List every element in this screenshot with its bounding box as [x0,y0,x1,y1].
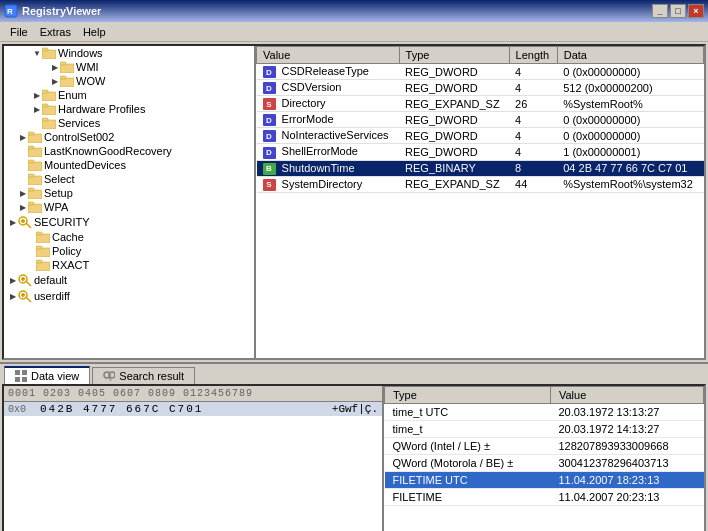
maximize-button[interactable]: □ [670,4,686,18]
tree-item-enum[interactable]: ▶ Enum [4,88,254,102]
folder-icon [28,159,42,171]
tree-item-lastknowngoodrecovery[interactable]: LastKnownGoodRecovery [4,144,254,158]
table-row[interactable]: D CSDVersion REG_DWORD 4 512 (0x00000200… [257,80,704,96]
main-area: ▼ Windows ▶ WMI ▶ [2,44,706,360]
tree-label-mounteddevices: MountedDevices [44,159,126,171]
expand-icon[interactable]: ▶ [50,62,60,72]
svg-rect-34 [36,260,42,263]
col-data[interactable]: Data [557,47,703,64]
tree-label-rxact: RXACT [52,259,89,271]
expand-icon[interactable]: ▼ [32,48,42,58]
expand-icon[interactable]: ▶ [50,76,60,86]
minimize-button[interactable]: _ [652,4,668,18]
app-title: RegistryViewer [22,5,101,17]
col-type[interactable]: Type [399,47,509,64]
cell-data: 0 (0x00000000) [557,64,703,80]
cell-value: D ShellErrorMode [257,144,400,160]
tree-item-select[interactable]: Select [4,172,254,186]
tree-item-wow[interactable]: ▶ WOW [4,74,254,88]
table-row[interactable]: S Directory REG_EXPAND_SZ 26 %SystemRoot… [257,96,704,112]
tree-label-wpa: WPA [44,201,68,213]
cell-length: 26 [509,96,557,112]
tree-scroll[interactable]: ▼ Windows ▶ WMI ▶ [4,46,254,358]
folder-icon [42,103,56,115]
col-value[interactable]: Value [257,47,400,64]
title-bar: R RegistryViewer _ □ × [0,0,708,22]
list-item[interactable]: time_t UTC 20.03.1972 13:13:27 [385,404,704,421]
table-row[interactable]: D ErrorMode REG_DWORD 4 0 (0x00000000) [257,112,704,128]
col-length[interactable]: Length [509,47,557,64]
tab-search-result[interactable]: Search result [92,367,195,384]
close-button[interactable]: × [688,4,704,18]
expand-icon[interactable]: ▶ [8,217,18,227]
hex-row[interactable]: 0x0 042B 4777 667C C701 +Gwf|Ç. [4,402,382,416]
expand-icon[interactable]: ▶ [32,104,42,114]
registry-table[interactable]: Value Type Length Data D CSDReleaseType … [256,46,704,358]
table-row[interactable]: D NoInteractiveServices REG_DWORD 4 0 (0… [257,128,704,144]
tree-item-default[interactable]: ▶ default [4,272,254,288]
list-item[interactable]: QWord (Motorola / BE) ± 3004123782964037… [385,455,704,472]
list-item[interactable]: FILETIME UTC 11.04.2007 18:23:13 [385,472,704,489]
list-item[interactable]: FILETIME 11.04.2007 20:23:13 [385,489,704,506]
cell-data: %SystemRoot% [557,96,703,112]
svg-rect-8 [42,92,56,101]
tree-item-mounteddevices[interactable]: MountedDevices [4,158,254,172]
grid-icon [15,370,27,382]
svg-rect-13 [42,118,48,121]
svg-rect-24 [28,204,42,213]
svg-rect-31 [36,248,50,257]
expand-icon[interactable]: ▶ [8,275,18,285]
table-row[interactable]: S SystemDirectory REG_EXPAND_SZ 44 %Syst… [257,176,704,192]
expand-icon [26,260,36,270]
tree-item-policy[interactable]: Policy [4,244,254,258]
menu-help[interactable]: Help [77,24,112,40]
tree-item-userdiff[interactable]: ▶ userdiff [4,288,254,304]
tree-item-cache[interactable]: Cache [4,230,254,244]
cell-value: 128207893933009668 [550,438,703,455]
list-item[interactable]: QWord (Intel / LE) ± 128207893933009668 [385,438,704,455]
tree-item-services[interactable]: Services [4,116,254,130]
svg-point-28 [21,219,25,223]
tree-item-setup[interactable]: ▶ Setup [4,186,254,200]
values-panel[interactable]: Type Value time_t UTC 20.03.1972 13:13:2… [384,386,704,531]
tree-label-controlset002: ControlSet002 [44,131,114,143]
tree-label-select: Select [44,173,75,185]
menu-extras[interactable]: Extras [34,24,77,40]
val-col-type[interactable]: Type [385,387,551,404]
tree-label-security: SECURITY [34,216,90,228]
table-row[interactable]: D CSDReleaseType REG_DWORD 4 0 (0x000000… [257,64,704,80]
menu-file[interactable]: File [4,24,34,40]
list-item[interactable]: time_t 20.03.1972 14:13:27 [385,421,704,438]
cell-type: time_t [385,421,551,438]
expand-icon[interactable]: ▶ [18,132,28,142]
table-row[interactable]: B ShutdownTime REG_BINARY 8 04 2B 47 77 … [257,160,704,176]
val-col-value[interactable]: Value [550,387,703,404]
expand-icon[interactable]: ▶ [32,90,42,100]
expand-icon[interactable]: ▶ [8,291,18,301]
cell-value: D CSDVersion [257,80,400,96]
svg-rect-41 [15,370,20,375]
tree-item-hardware-profiles[interactable]: ▶ Hardware Profiles [4,102,254,116]
tab-data-view[interactable]: Data view [4,366,90,384]
svg-rect-43 [15,377,20,382]
cell-value: 20.03.1972 14:13:27 [550,421,703,438]
svg-rect-9 [42,90,48,93]
svg-rect-23 [28,188,34,191]
tree-item-wmi[interactable]: ▶ WMI [4,60,254,74]
tree-item-windows[interactable]: ▼ Windows [4,46,254,60]
expand-icon [26,246,36,256]
expand-icon[interactable] [32,118,42,128]
tree-item-rxact[interactable]: RXACT [4,258,254,272]
folder-icon [36,245,50,257]
tree-item-security[interactable]: ▶ SECURITY [4,214,254,230]
table-row[interactable]: D ShellErrorMode REG_DWORD 4 1 (0x000000… [257,144,704,160]
cell-data: 512 (0x00000200) [557,80,703,96]
svg-rect-4 [60,64,74,73]
hex-addr: 0x0 [8,404,40,415]
tree-item-wpa[interactable]: ▶ WPA [4,200,254,214]
cell-value: 11.04.2007 18:23:13 [550,472,703,489]
expand-icon[interactable]: ▶ [18,188,28,198]
expand-icon[interactable]: ▶ [18,202,28,212]
svg-line-27 [26,223,31,228]
tree-item-controlset002[interactable]: ▶ ControlSet002 [4,130,254,144]
